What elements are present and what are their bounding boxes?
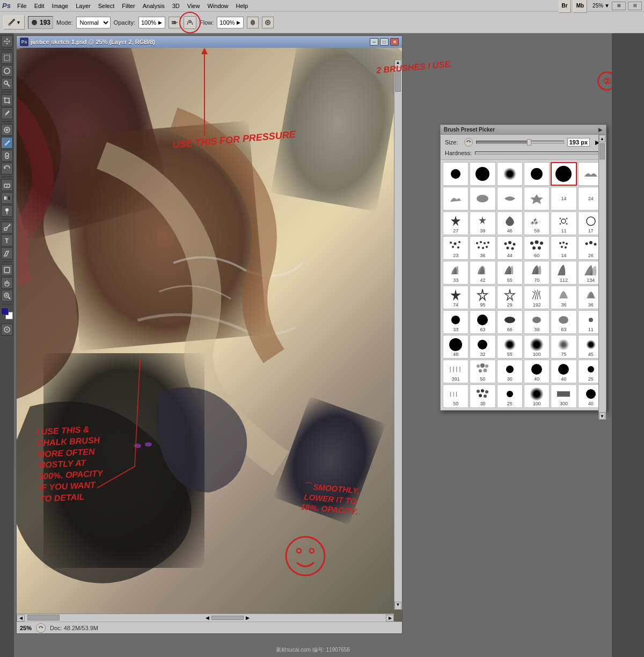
brush-item-14[interactable]: 39 (470, 211, 495, 235)
brush-item-37[interactable]: 33 (443, 310, 469, 334)
brush-item-25[interactable]: 33 (443, 261, 469, 284)
flow-arrow[interactable]: ▶ (237, 20, 240, 25)
tool-heal[interactable] (1, 124, 13, 136)
menu-analysis[interactable]: Analysis (140, 2, 168, 10)
size-slider-thumb[interactable] (527, 139, 531, 145)
close-btn[interactable]: ✕ (390, 38, 399, 46)
tool-pen[interactable] (1, 222, 13, 233)
brush-item-20[interactable]: 36 (470, 236, 495, 260)
horizontal-scrollbar[interactable]: ◀ ▶ ◀ ▶ (17, 614, 394, 622)
pen-pressure-flow-btn[interactable] (262, 17, 274, 28)
brush-item-49[interactable]: |||| 391 (443, 360, 469, 383)
brush-item-41[interactable]: 63 (551, 310, 576, 334)
brush-item-40[interactable]: 39 (524, 310, 550, 334)
view-btn2[interactable]: ⊟ (628, 2, 642, 10)
airbrush-toggle[interactable] (169, 17, 180, 28)
brush-item-13[interactable]: 27 (443, 211, 469, 235)
brush-item-43[interactable]: 48 (443, 335, 469, 359)
brush-item-47[interactable]: 75 (551, 335, 576, 359)
brush-item-55[interactable]: ||| 50 (443, 384, 469, 408)
brush-item-16[interactable]: ⁂ 59 (524, 211, 550, 235)
brush-item-29[interactable]: 112 (551, 261, 576, 284)
brush-item-52[interactable]: 40 (524, 360, 550, 383)
brush-item-21[interactable]: 44 (497, 236, 523, 260)
tool-shape[interactable] (1, 264, 13, 276)
vertical-scrollbar[interactable]: ▲ ▼ (394, 60, 402, 610)
brush-scroll-thumb[interactable] (599, 143, 605, 159)
brush-item-5-selected[interactable] (551, 162, 576, 186)
bridge-btn[interactable]: Br (559, 0, 571, 13)
tool-brush[interactable] (1, 137, 13, 149)
brush-item-3[interactable] (497, 162, 523, 186)
tool-zoom[interactable] (1, 290, 13, 302)
brush-item-51[interactable]: 30 (497, 360, 523, 383)
brush-item-1[interactable] (443, 162, 469, 186)
scroll-thumb-h[interactable] (27, 615, 60, 620)
tool-eraser[interactable] (1, 179, 13, 191)
pressure-sensitivity-btn[interactable] (184, 16, 196, 29)
size-reset-btn[interactable] (464, 138, 473, 147)
status-zoom-btn[interactable] (36, 623, 46, 633)
size-slider[interactable] (476, 141, 564, 144)
mini-bridge-btn[interactable]: Mb (573, 0, 587, 13)
minimize-btn[interactable]: ─ (370, 38, 378, 46)
brush-item-46[interactable]: 100 (524, 335, 550, 359)
brush-item-15[interactable]: 46 (497, 211, 523, 235)
tool-quick-mask[interactable] (1, 324, 13, 335)
opacity-arrow[interactable]: ▶ (158, 20, 162, 25)
zoom-percentage[interactable]: 25% (20, 625, 32, 631)
brush-item-59[interactable]: 300 (551, 384, 576, 408)
brush-panel-scrollbar[interactable]: ▲ ▼ (598, 135, 606, 420)
mode-select[interactable]: Normal Multiply Screen Overlay (76, 17, 111, 28)
opacity-box[interactable]: 100% ▶ (138, 17, 165, 28)
brush-item-39[interactable]: 66 (497, 310, 523, 334)
tool-hand[interactable] (1, 277, 13, 289)
brush-item-58[interactable]: 100 (524, 384, 550, 408)
menu-3d[interactable]: 3D (169, 2, 183, 10)
brush-item-27[interactable]: 55 (497, 261, 523, 284)
menu-image[interactable]: Image (49, 2, 72, 10)
view-btn1[interactable]: ⊞ (612, 2, 626, 10)
pen-pressure-opacity-btn[interactable] (247, 17, 259, 28)
tool-path-select[interactable] (1, 247, 13, 259)
brush-item-57[interactable]: 25 (497, 384, 523, 408)
flow-box[interactable]: 100% ▶ (217, 17, 244, 28)
tool-dodge[interactable] (1, 205, 13, 217)
brush-item-34[interactable]: 192 (524, 286, 550, 309)
color-swatches[interactable] (1, 308, 13, 319)
brush-item-38[interactable]: 63 (470, 310, 495, 334)
brush-item-35[interactable]: 36 (551, 286, 576, 309)
menu-layer[interactable]: Layer (72, 2, 94, 10)
brush-item-2[interactable] (470, 162, 495, 186)
tool-eyedropper[interactable] (1, 107, 13, 119)
brush-scroll-down[interactable]: ▼ (599, 412, 605, 420)
brush-item-9[interactable] (497, 187, 523, 210)
brush-item-26[interactable]: 42 (470, 261, 495, 284)
tool-magic-wand[interactable] (1, 78, 13, 90)
brush-item-22[interactable]: 60 (524, 236, 550, 260)
brush-item-19[interactable]: 23 (443, 236, 469, 260)
menu-filter[interactable]: Filter (119, 2, 138, 10)
maximize-btn[interactable]: □ (380, 38, 389, 46)
brush-item-56[interactable]: 30 (470, 384, 495, 408)
brush-item-32[interactable]: 95 (470, 286, 495, 309)
brush-item-7[interactable] (443, 187, 469, 210)
menu-help[interactable]: Help (233, 2, 252, 10)
brush-item-8[interactable] (470, 187, 495, 210)
brush-item-53[interactable]: 40 (551, 360, 576, 383)
brush-item-33[interactable]: 29 (497, 286, 523, 309)
tool-crop[interactable] (1, 94, 13, 106)
scroll-right-btn[interactable]: ▶ (386, 615, 394, 622)
brush-item-28[interactable]: 70 (524, 261, 550, 284)
menu-edit[interactable]: Edit (31, 2, 48, 10)
brush-item-17[interactable]: 11 (551, 211, 576, 235)
tool-type[interactable]: T (1, 235, 13, 246)
foreground-color[interactable] (1, 308, 9, 315)
tool-clone-stamp[interactable] (1, 150, 13, 162)
brush-item-10[interactable] (524, 187, 550, 210)
panel-expand-btn[interactable]: ▶ (598, 127, 603, 133)
tool-lasso[interactable] (1, 65, 13, 77)
brush-item-44[interactable]: 32 (470, 335, 495, 359)
brush-item-11[interactable]: 14 (551, 187, 576, 210)
scroll-down-btn[interactable]: ▼ (394, 602, 401, 610)
